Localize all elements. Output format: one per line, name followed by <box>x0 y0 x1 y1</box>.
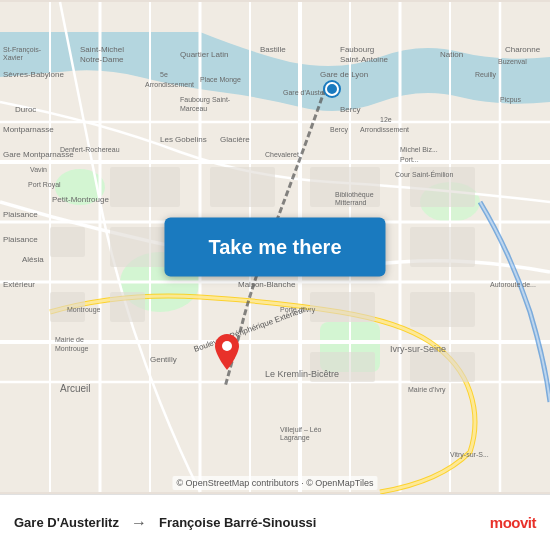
svg-text:Port Royal: Port Royal <box>28 181 61 189</box>
svg-text:Notre-Dame: Notre-Dame <box>80 55 124 64</box>
svg-rect-28 <box>110 292 145 322</box>
svg-text:Bercy: Bercy <box>340 105 360 114</box>
svg-text:Gentilly: Gentilly <box>150 355 177 364</box>
svg-text:Mairie de: Mairie de <box>55 336 84 343</box>
svg-text:Picpus: Picpus <box>500 96 522 104</box>
svg-text:Faubourg: Faubourg <box>340 45 374 54</box>
svg-text:Le Kremlin-Bicêtre: Le Kremlin-Bicêtre <box>265 369 339 379</box>
svg-text:Mairie d'Ivry: Mairie d'Ivry <box>408 386 446 394</box>
origin-dot <box>325 82 339 96</box>
svg-text:Autoroute de...: Autoroute de... <box>490 281 536 288</box>
svg-text:Quartier Latin: Quartier Latin <box>180 50 228 59</box>
svg-rect-29 <box>310 292 375 322</box>
svg-text:Montparnasse: Montparnasse <box>3 125 54 134</box>
svg-text:Saint-Antoine: Saint-Antoine <box>340 55 389 64</box>
svg-text:Chevaleret: Chevaleret <box>265 151 299 158</box>
svg-text:Arrondissement: Arrondissement <box>360 126 409 133</box>
svg-text:Plaisance: Plaisance <box>3 210 38 219</box>
svg-text:Maison-Blanche: Maison-Blanche <box>238 280 296 289</box>
svg-text:Alésia: Alésia <box>22 255 44 264</box>
moovit-text: moovit <box>490 514 536 531</box>
take-me-there-button[interactable]: Take me there <box>164 218 385 277</box>
svg-text:Villejuif – Léo: Villejuif – Léo <box>280 426 322 434</box>
svg-rect-27 <box>410 227 475 267</box>
direction-arrow: → <box>131 514 147 532</box>
svg-text:Xavier: Xavier <box>3 54 24 61</box>
origin-label: Gare D'Austerlitz <box>14 515 119 530</box>
svg-rect-21 <box>110 167 180 207</box>
svg-text:Extérieur: Extérieur <box>3 280 35 289</box>
svg-text:Marceau: Marceau <box>180 105 207 112</box>
svg-text:St-François-: St-François- <box>3 46 42 54</box>
svg-text:Mitterrand: Mitterrand <box>335 199 367 206</box>
svg-rect-33 <box>50 227 85 257</box>
svg-text:Buzenval: Buzenval <box>498 58 527 65</box>
map-attribution: © OpenStreetMap contributors · © OpenMap… <box>172 476 377 490</box>
svg-text:Sèvres-Babylone: Sèvres-Babylone <box>3 70 64 79</box>
svg-text:Michel Biz...: Michel Biz... <box>400 146 438 153</box>
svg-text:Bastille: Bastille <box>260 45 286 54</box>
svg-text:Nation: Nation <box>440 50 463 59</box>
svg-text:Vitry-sur-S...: Vitry-sur-S... <box>450 451 489 459</box>
svg-text:Vavin: Vavin <box>30 166 47 173</box>
svg-text:Arcueil: Arcueil <box>60 383 91 394</box>
svg-rect-30 <box>410 292 475 327</box>
svg-text:Ivry-sur-Seine: Ivry-sur-Seine <box>390 344 446 354</box>
map-area: Saint-Michel Notre-Dame Quartier Latin 5… <box>0 0 550 494</box>
svg-text:Faubourg Saint-: Faubourg Saint- <box>180 96 231 104</box>
svg-text:Cour Saint-Émilion: Cour Saint-Émilion <box>395 170 453 178</box>
svg-text:12e: 12e <box>380 116 392 123</box>
svg-text:5e: 5e <box>160 71 168 78</box>
footer: Gare D'Austerlitz → Françoise Barré-Sino… <box>0 494 550 550</box>
app-container: Saint-Michel Notre-Dame Quartier Latin 5… <box>0 0 550 550</box>
svg-text:Port...: Port... <box>400 156 419 163</box>
svg-text:Petit-Montrouge: Petit-Montrouge <box>52 195 109 204</box>
svg-text:Charonne: Charonne <box>505 45 541 54</box>
svg-rect-22 <box>210 167 275 207</box>
svg-text:Plaisance: Plaisance <box>3 235 38 244</box>
destination-label: Françoise Barré-Sinoussi <box>159 515 317 530</box>
svg-text:Place Monge: Place Monge <box>200 76 241 84</box>
svg-text:Duroc: Duroc <box>15 105 36 114</box>
svg-rect-31 <box>410 352 475 382</box>
destination-pin <box>215 334 239 374</box>
svg-text:Arrondissement: Arrondissement <box>145 81 194 88</box>
svg-text:Montrouge: Montrouge <box>55 345 89 353</box>
moovit-logo: moovit <box>490 514 536 531</box>
svg-point-94 <box>222 341 232 351</box>
svg-text:Glacière: Glacière <box>220 135 250 144</box>
svg-text:Saint-Michel: Saint-Michel <box>80 45 124 54</box>
svg-text:Montrouge: Montrouge <box>67 306 101 314</box>
svg-text:Bercy: Bercy <box>330 126 348 134</box>
svg-text:Les Gobelins: Les Gobelins <box>160 135 207 144</box>
svg-text:Lagrange: Lagrange <box>280 434 310 442</box>
svg-text:Gare de Lyon: Gare de Lyon <box>320 70 368 79</box>
svg-text:Reuilly: Reuilly <box>475 71 497 79</box>
svg-text:Bibliothèque: Bibliothèque <box>335 191 374 199</box>
svg-text:Denfert-Rochereau: Denfert-Rochereau <box>60 146 120 153</box>
